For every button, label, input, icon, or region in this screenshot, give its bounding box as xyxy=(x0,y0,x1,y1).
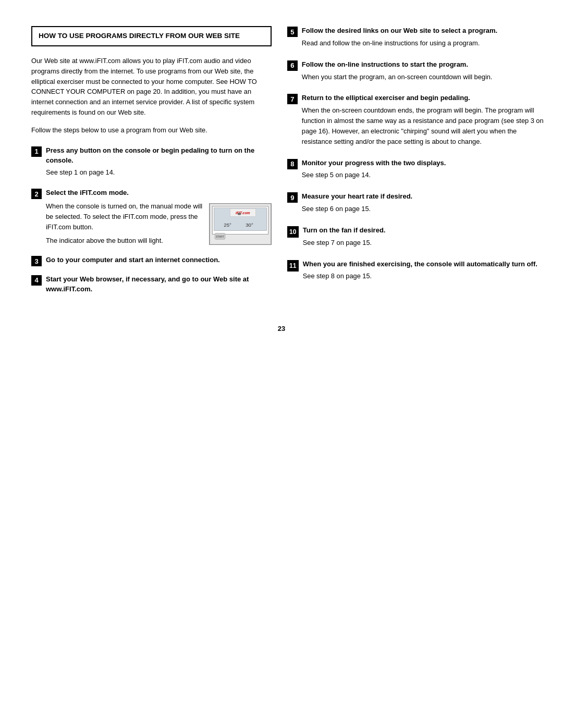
section-header-box: HOW TO USE PROGRAMS DIRECTLY FROM OUR WE… xyxy=(31,26,272,46)
step-8-title: Monitor your progress with the two displ… xyxy=(302,158,547,168)
step-9-content: Measure your heart rate if desired. See … xyxy=(302,192,547,217)
step-10: 10 Turn on the fan if desired. See step … xyxy=(287,226,547,251)
step-2-title: Select the iFIT.com mode. xyxy=(46,188,272,198)
step-2-content: Select the iFIT.com mode. START iFIT.com xyxy=(46,188,272,248)
svg-text:30°: 30° xyxy=(246,222,253,228)
step-9-desc: See step 6 on page 15. xyxy=(302,204,547,214)
step-4-title: Start your Web browser, if necessary, an… xyxy=(46,275,272,294)
step-5-number: 5 xyxy=(287,27,298,37)
step-10-title: Turn on the fan if desired. xyxy=(303,226,547,236)
console-image: START iFIT.com 25° 30° xyxy=(209,203,272,245)
step-8-content: Monitor your progress with the two displ… xyxy=(302,158,547,184)
page-layout: HOW TO USE PROGRAMS DIRECTLY FROM OUR WE… xyxy=(31,26,532,304)
step-10-number: 10 xyxy=(287,226,299,238)
step-1-number: 1 xyxy=(31,146,42,157)
step-10-content: Turn on the fan if desired. See step 7 o… xyxy=(303,226,547,251)
step-4-number: 4 xyxy=(31,275,42,286)
step-7-number: 7 xyxy=(287,94,298,104)
step-1-content: Press any button on the console or begin… xyxy=(46,146,272,181)
step-11-number: 11 xyxy=(287,260,299,272)
step-9-title: Measure your heart rate if desired. xyxy=(302,192,547,202)
step-5-desc: Read and follow the on-line instructions… xyxy=(302,38,547,48)
step-4-content: Start your Web browser, if necessary, an… xyxy=(46,275,272,297)
svg-text:START: START xyxy=(216,236,224,238)
svg-text:25°: 25° xyxy=(224,222,231,228)
step-11-content: When you are finished exercising, the co… xyxy=(303,260,547,285)
step-7-title: Return to the elliptical exerciser and b… xyxy=(302,93,547,103)
step-9-number: 9 xyxy=(287,192,298,203)
step-6-number: 6 xyxy=(287,60,298,71)
step-9: 9 Measure your heart rate if desired. Se… xyxy=(287,192,547,217)
section-title: HOW TO USE PROGRAMS DIRECTLY FROM OUR WE… xyxy=(39,31,264,41)
step-3: 3 Go to your computer and start an inter… xyxy=(31,255,272,267)
step-5-content: Follow the desired links on our Web site… xyxy=(302,26,547,52)
step-2: 2 Select the iFIT.com mode. START xyxy=(31,188,272,248)
step-3-title: Go to your computer and start an interne… xyxy=(46,255,272,265)
step-11: 11 When you are finished exercising, the… xyxy=(287,260,547,285)
step-1: 1 Press any button on the console or beg… xyxy=(31,146,272,181)
step-11-title: When you are finished exercising, the co… xyxy=(303,260,547,269)
step-8: 8 Monitor your progress with the two dis… xyxy=(287,158,547,184)
step-11-desc: See step 8 on page 15. xyxy=(303,271,547,281)
step-4: 4 Start your Web browser, if necessary, … xyxy=(31,275,272,297)
step-1-desc: See step 1 on page 14. xyxy=(46,167,272,178)
step-1-title: Press any button on the console or begin… xyxy=(46,146,272,166)
left-column: HOW TO USE PROGRAMS DIRECTLY FROM OUR WE… xyxy=(31,26,272,304)
step-6-desc: When you start the program, an on-screen… xyxy=(302,72,547,82)
intro-paragraph-2: Follow the steps below to use a program … xyxy=(31,125,272,135)
step-5-title: Follow the desired links on our Web site… xyxy=(302,26,547,36)
intro-paragraph-1: Our Web site at www.iFIT.com allows you … xyxy=(31,56,272,118)
step-6-content: Follow the on-line instructions to start… xyxy=(302,60,547,85)
step-10-desc: See step 7 on page 15. xyxy=(303,238,547,248)
step-5: 5 Follow the desired links on our Web si… xyxy=(287,26,547,52)
svg-rect-9 xyxy=(238,213,241,215)
step-3-content: Go to your computer and start an interne… xyxy=(46,255,272,267)
page-number: 23 xyxy=(31,325,532,332)
right-column: 5 Follow the desired links on our Web si… xyxy=(287,26,547,304)
step-7-content: Return to the elliptical exerciser and b… xyxy=(302,93,547,150)
step-7: 7 Return to the elliptical exerciser and… xyxy=(287,93,547,150)
step-7-desc: When the on-screen countdown ends, the p… xyxy=(302,105,547,146)
step-8-number: 8 xyxy=(287,159,298,169)
step-8-desc: See step 5 on page 14. xyxy=(302,170,547,180)
step-3-number: 3 xyxy=(31,256,42,266)
step-6-title: Follow the on-line instructions to start… xyxy=(302,60,547,70)
step-2-number: 2 xyxy=(31,189,42,199)
step-6: 6 Follow the on-line instructions to sta… xyxy=(287,60,547,85)
